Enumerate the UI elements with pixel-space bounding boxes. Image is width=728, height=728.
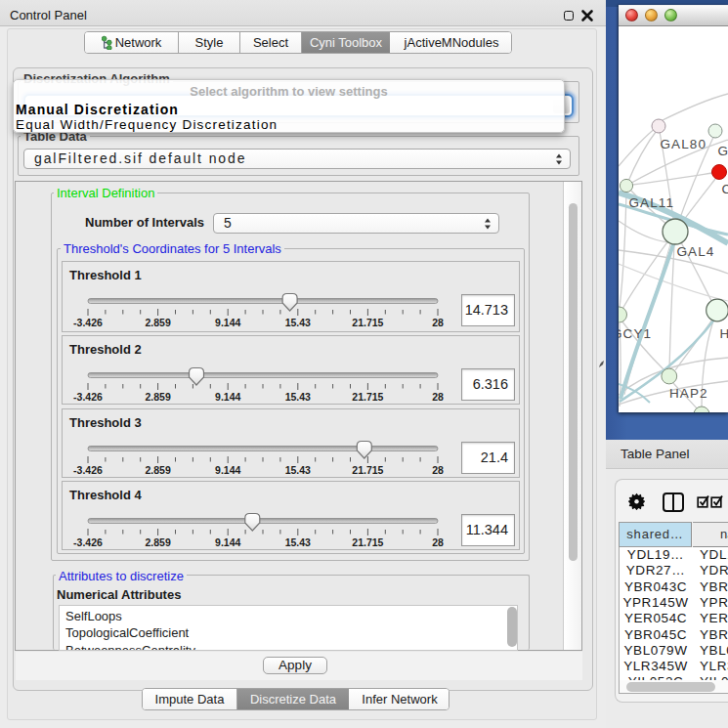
svg-text:GCY1: GCY1 (619, 326, 652, 341)
svg-text:9.144: 9.144 (215, 391, 240, 403)
svg-text:28: 28 (432, 536, 444, 548)
svg-text:15.43: 15.43 (285, 391, 311, 403)
svg-text:GA: GA (718, 144, 728, 158)
svg-text:21.715: 21.715 (352, 391, 383, 403)
svg-text:HAP2: HAP2 (669, 386, 708, 401)
svg-text:-3.426: -3.426 (73, 391, 103, 403)
svg-text:-3.426: -3.426 (73, 317, 103, 328)
svg-text:C: C (722, 182, 728, 196)
svg-text:2.859: 2.859 (145, 391, 170, 403)
svg-text:GAL80: GAL80 (661, 137, 707, 151)
svg-text:21.715: 21.715 (352, 464, 383, 476)
svg-text:-3.426: -3.426 (73, 464, 103, 476)
svg-text:28: 28 (432, 464, 444, 476)
svg-text:15.43: 15.43 (285, 317, 311, 328)
svg-text:28: 28 (432, 317, 444, 328)
svg-text:H: H (720, 326, 728, 341)
svg-text:21.715: 21.715 (352, 317, 383, 328)
svg-text:28: 28 (432, 391, 444, 403)
svg-text:9.144: 9.144 (215, 464, 240, 476)
svg-text:9.144: 9.144 (215, 317, 240, 328)
svg-text:2.859: 2.859 (145, 317, 170, 328)
svg-text:21.715: 21.715 (352, 536, 383, 548)
svg-text:9.144: 9.144 (215, 536, 240, 548)
svg-text:2.859: 2.859 (145, 536, 170, 548)
svg-text:15.43: 15.43 (285, 464, 311, 476)
svg-text:GAL11: GAL11 (629, 195, 675, 210)
svg-text:GAL4: GAL4 (677, 244, 715, 259)
svg-text:2.859: 2.859 (145, 464, 170, 476)
svg-text:15.43: 15.43 (285, 536, 311, 548)
svg-text:-3.426: -3.426 (73, 536, 103, 548)
